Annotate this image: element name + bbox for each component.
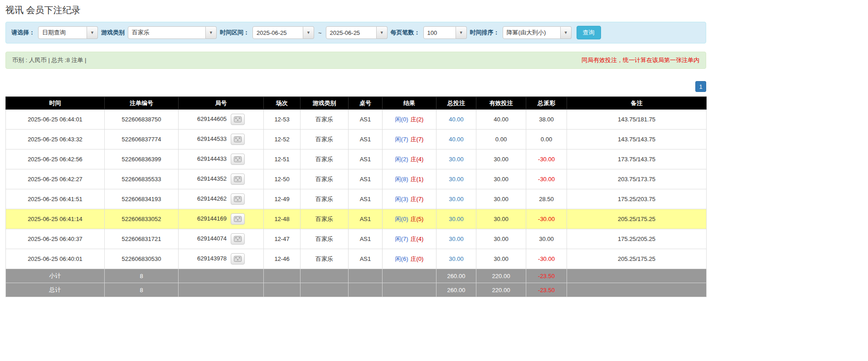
- cell-table-no: AS1: [349, 169, 383, 189]
- cell-round-id: 629143978: [179, 249, 264, 269]
- header-table-no: 桌号: [349, 97, 383, 110]
- total-valid-bet: 220.00: [476, 283, 526, 297]
- video-replay-button[interactable]: [231, 253, 245, 265]
- result-banker: 庄(5): [411, 216, 424, 222]
- cell-bet-id: 522606831721: [105, 229, 179, 249]
- cell-total-bet: 30.00: [436, 149, 476, 169]
- video-replay-button[interactable]: [231, 193, 245, 205]
- cell-table-no: AS1: [349, 130, 383, 149]
- header-payout: 总派彩: [526, 97, 567, 110]
- cell-table-no: AS1: [349, 229, 383, 249]
- chevron-down-icon[interactable]: ▼: [206, 26, 217, 39]
- video-replay-button[interactable]: [231, 213, 245, 225]
- page-size-combo[interactable]: 100 ▼: [423, 26, 467, 39]
- cell-note: 205.25/175.25: [567, 209, 707, 229]
- currency-total-text: 币别 : 人民币 | 总共 :8 注单 |: [12, 56, 87, 64]
- cell-note: 205.25/175.25: [567, 249, 707, 269]
- cell-payout: 0.00: [526, 130, 567, 149]
- header-round-id: 局号: [179, 97, 264, 110]
- cell-payout: 30.00: [526, 229, 567, 249]
- search-button[interactable]: 查询: [577, 26, 601, 39]
- cell-session: 12-50: [264, 169, 301, 189]
- table-row: 2025-06-25 06:42:27 522606835533 6291443…: [6, 169, 707, 189]
- cell-note: 143.75/143.75: [567, 130, 707, 149]
- cell-session: 12-53: [264, 110, 301, 130]
- video-replay-button[interactable]: [231, 134, 245, 145]
- cell-session: 12-51: [264, 149, 301, 169]
- date-from-combo[interactable]: 2025-06-25 ▼: [252, 26, 314, 39]
- total-bet-link[interactable]: 30.00: [449, 255, 464, 262]
- subtotal-row: 小计 8 260.00 220.00 -23.50: [6, 269, 707, 283]
- cell-payout: 38.00: [526, 110, 567, 130]
- game-type-combo[interactable]: 百家乐 ▼: [128, 26, 217, 39]
- bet-records-table: 时间 注单编号 局号 场次 游戏类别 桌号 结果 总投注 有效投注 总派彩 备注…: [5, 96, 707, 297]
- cell-note: 175.25/205.25: [567, 229, 707, 249]
- subtotal-count: 8: [105, 269, 179, 283]
- cell-note: 143.75/181.75: [567, 110, 707, 130]
- cell-valid-bet: 0.00: [476, 130, 526, 149]
- page-title: 视讯 会员下注纪录: [5, 0, 706, 20]
- result-player: 闲(6): [395, 255, 408, 262]
- result-banker: 庄(2): [411, 116, 424, 123]
- select-type-value: 日期查询: [38, 26, 87, 39]
- chevron-down-icon[interactable]: ▼: [377, 26, 388, 39]
- cell-game-type: 百家乐: [301, 110, 349, 130]
- video-replay-button[interactable]: [231, 114, 245, 125]
- chevron-down-icon[interactable]: ▼: [456, 26, 467, 39]
- cell-total-bet: 30.00: [436, 169, 476, 189]
- cell-game-type: 百家乐: [301, 189, 349, 209]
- total-payout: -23.50: [526, 283, 567, 297]
- result-player: 闲(8): [395, 176, 408, 183]
- cell-session: 12-47: [264, 229, 301, 249]
- total-bet-link[interactable]: 40.00: [449, 136, 464, 143]
- cell-note: 175.25/203.75: [567, 189, 707, 209]
- video-replay-button[interactable]: [231, 173, 245, 185]
- table-row: 2025-06-25 06:41:14 522606833052 6291441…: [6, 209, 707, 229]
- cell-round-id: 629144262: [179, 189, 264, 209]
- page-button-1[interactable]: 1: [695, 81, 706, 92]
- time-range-label: 时间区间：: [220, 29, 249, 37]
- cell-round-id: 629144169: [179, 209, 264, 229]
- cell-time: 2025-06-25 06:42:27: [6, 169, 105, 189]
- total-bet-link[interactable]: 30.00: [449, 236, 464, 242]
- total-count: 8: [105, 283, 179, 297]
- cell-payout: -30.00: [526, 169, 567, 189]
- chevron-down-icon[interactable]: ▼: [303, 26, 314, 39]
- total-bet-link[interactable]: 30.00: [449, 216, 464, 222]
- cell-result: 闲(0)庄(2): [383, 110, 436, 130]
- result-banker: 庄(4): [411, 156, 424, 163]
- cell-session: 12-49: [264, 189, 301, 209]
- total-bet-link[interactable]: 30.00: [449, 196, 464, 202]
- header-time: 时间: [6, 97, 105, 110]
- cell-round-id: 629144533: [179, 130, 264, 149]
- cell-time: 2025-06-25 06:43:32: [6, 130, 105, 149]
- round-id-text: 629144262: [197, 195, 227, 202]
- main-container: 视讯 会员下注纪录 请选择： 日期查询 ▼ 游戏类别 百家乐 ▼ 时间区间： 2…: [5, 0, 706, 297]
- cell-session: 12-46: [264, 249, 301, 269]
- cell-table-no: AS1: [349, 209, 383, 229]
- chevron-down-icon[interactable]: ▼: [87, 26, 98, 39]
- cell-result: 闲(2)庄(4): [383, 149, 436, 169]
- cell-result: 闲(3)庄(7): [383, 189, 436, 209]
- video-replay-button[interactable]: [231, 154, 245, 165]
- total-bet-link[interactable]: 40.00: [449, 116, 464, 123]
- sort-order-combo[interactable]: 降冪(由大到小) ▼: [503, 26, 572, 39]
- video-replay-button[interactable]: [231, 233, 245, 245]
- table-footer: 小计 8 260.00 220.00 -23.50 总计 8 260.00 22…: [6, 269, 707, 297]
- header-note: 备注: [567, 97, 707, 110]
- total-bet-link[interactable]: 30.00: [449, 156, 464, 163]
- select-type-combo[interactable]: 日期查询 ▼: [38, 26, 98, 39]
- cell-time: 2025-06-25 06:40:37: [6, 229, 105, 249]
- date-to-combo[interactable]: 2025-06-25 ▼: [326, 26, 388, 39]
- table-row: 2025-06-25 06:44:01 522606838750 6291446…: [6, 110, 707, 130]
- header-session: 场次: [264, 97, 301, 110]
- cell-table-no: AS1: [349, 149, 383, 169]
- table-row: 2025-06-25 06:40:37 522606831721 6291440…: [6, 229, 707, 249]
- table-row: 2025-06-25 06:41:51 522606834193 6291442…: [6, 189, 707, 209]
- chevron-down-icon[interactable]: ▼: [561, 26, 572, 39]
- cell-bet-id: 522606834193: [105, 189, 179, 209]
- summary-bar: 币别 : 人民币 | 总共 :8 注单 | 同局有效投注，统一计算在该局第一张注…: [5, 52, 706, 69]
- total-bet-link[interactable]: 30.00: [449, 176, 464, 183]
- cell-note: 203.75/173.75: [567, 169, 707, 189]
- table-row: 2025-06-25 06:43:32 522606837774 6291445…: [6, 130, 707, 149]
